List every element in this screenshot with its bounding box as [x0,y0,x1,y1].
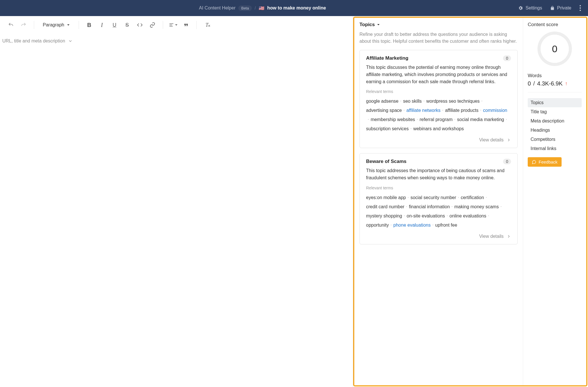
view-details-button[interactable]: View details [366,234,511,239]
score-nav-item[interactable]: Internal links [528,144,582,153]
meta-expand-button[interactable]: URL, title and meta description [0,34,353,48]
topic-count-badge: 0 [503,159,511,164]
term-separator: · [506,115,507,124]
bold-button[interactable]: B [84,19,95,31]
words-row: 0 / 4.3K-6.9K ↑ [528,80,582,92]
quote-button[interactable] [180,19,192,31]
undo-icon [8,22,14,28]
score-nav-item[interactable]: Meta description [528,116,582,126]
term-separator: · [368,115,369,124]
term-separator: · [390,221,392,230]
feedback-label: Feedback [539,160,558,164]
caret-down-icon [377,23,380,26]
clear-format-button[interactable]: T✕ [201,19,213,31]
view-details-label: View details [479,234,504,239]
meta-label: URL, title and meta description [2,38,65,44]
term: subscription services [366,124,409,133]
words-count: 0 [528,80,531,87]
term: upfront fee [435,221,457,230]
redo-button[interactable] [18,19,29,31]
score-nav-item[interactable]: Title tag [528,107,582,116]
breadcrumb-separator: / [255,6,256,10]
paragraph-select[interactable]: Paragraph [39,22,74,28]
term: referral program [420,115,453,124]
words-label: Words [528,73,582,79]
score-value: 0 [552,43,558,55]
term-separator: · [404,106,405,115]
term: making money scams [454,202,499,211]
terms-list: eyes:on mobile app·social security numbe… [366,193,511,230]
arrow-up-icon: ↑ [565,81,568,87]
view-details-button[interactable]: View details [366,137,511,143]
term-separator: · [452,202,453,211]
chevron-down-icon [68,39,73,43]
score-gauge: 0 [537,32,572,66]
link-button[interactable] [147,19,158,31]
document-title: how to make money online [267,5,326,11]
toolbar-separator [79,21,79,29]
terms-list: google adsense·seo skills·wordpress seo … [366,97,511,133]
clear-format-icon: T✕ [206,22,208,28]
chevron-right-icon [506,138,511,142]
score-nav-item[interactable]: Headings [528,126,582,135]
svg-point-1 [580,7,581,9]
words-range: 4.3K-6.9K [537,80,563,87]
svg-point-2 [580,10,581,11]
side-panels-highlighted: Topics Refine your draft to better addre… [353,17,587,386]
settings-label: Settings [525,5,542,11]
undo-button[interactable] [5,19,17,31]
term-link[interactable]: commission [483,106,507,115]
term-link[interactable]: phone evaluations [393,221,431,230]
term-separator: · [442,106,443,115]
gear-icon [518,5,523,11]
topic-card-header: Beware of Scams0 [366,159,511,164]
score-nav-item[interactable]: Topics [528,98,582,107]
topic-card: Affiliate Marketing0This topic discusses… [359,50,518,148]
country-flag-icon: 🇺🇸 [259,5,264,11]
settings-button[interactable]: Settings [518,5,542,11]
header-center: AI Content Helper Beta / 🇺🇸 how to make … [7,5,518,11]
topics-heading: Topics [359,22,375,28]
caret-down-icon [67,23,70,27]
score-nav-item[interactable]: Competitors [528,135,582,144]
feedback-button[interactable]: Feedback [528,157,562,167]
topics-dropdown[interactable]: Topics [359,22,518,28]
more-vertical-icon [579,5,581,11]
topic-description: This topic addresses the importance of b… [366,167,511,182]
topics-panel: Topics Refine your draft to better addre… [354,18,523,385]
topic-count-badge: 0 [503,55,511,61]
private-button[interactable]: Private [550,5,571,11]
relevant-terms-label: Relevant terms [366,89,511,94]
term-separator: · [432,221,434,230]
align-button[interactable] [168,19,179,31]
term: social security number [411,193,456,202]
term: webinars and workshops [413,124,464,133]
chevron-right-icon [506,234,511,239]
term: google adsense [366,97,399,106]
view-details-label: View details [479,137,504,143]
topic-card: Beware of Scams0This topic addresses the… [359,153,518,244]
code-icon [137,22,143,28]
beta-badge: Beta [238,5,252,11]
underline-button[interactable]: U [109,19,120,31]
code-button[interactable] [134,19,146,31]
italic-button[interactable]: I [96,19,108,31]
term: membership websites [371,115,415,124]
term-separator: · [400,97,401,106]
redo-icon [21,22,26,28]
term-separator: · [458,193,459,202]
term: credit card number [366,202,404,211]
relevant-terms-label: Relevant terms [366,186,511,190]
score-nav-list: TopicsTitle tagMeta descriptionHeadingsC… [528,98,582,153]
strikethrough-button[interactable]: S [121,19,133,31]
lock-icon [550,6,555,10]
term: advertising space [366,106,402,115]
link-icon [150,22,155,28]
term-separator: · [480,106,481,115]
term-link[interactable]: affiliate networks [406,106,440,115]
app-header: AI Content Helper Beta / 🇺🇸 how to make … [0,0,588,16]
term: social media marketing [457,115,504,124]
topic-title: Beware of Scams [366,159,407,164]
words-separator: / [533,80,535,87]
more-menu-button[interactable] [579,5,581,11]
